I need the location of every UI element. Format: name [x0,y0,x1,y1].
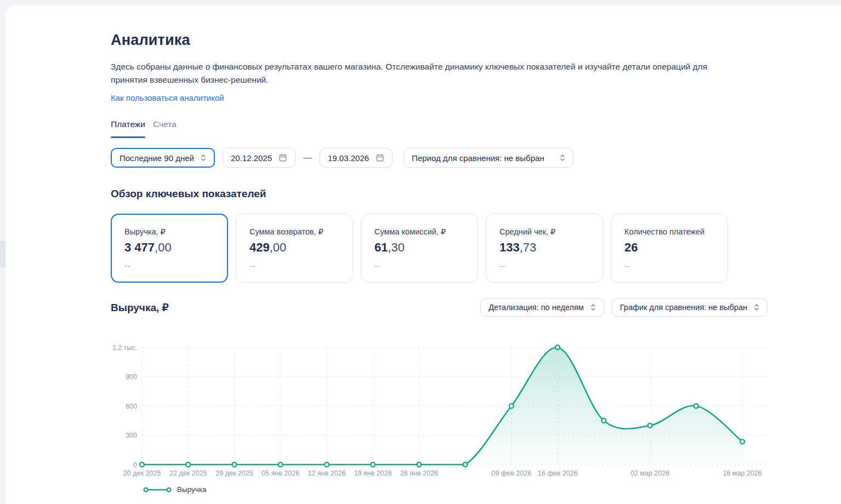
svg-text:16 мар 2026: 16 мар 2026 [723,469,762,477]
chevron-updown-icon [201,154,206,162]
date-to-value: 19.03.2026 [328,153,369,163]
svg-text:12 янв 2026: 12 янв 2026 [308,469,345,477]
svg-text:1.2 тыс.: 1.2 тыс. [112,344,137,352]
svg-text:0: 0 [133,461,137,469]
calendar-icon [376,153,384,162]
comparison-chart-select[interactable]: График для сравнения: не выбран [612,298,768,317]
tabs-bar: Платежи Счета [111,119,841,138]
comparison-period-select[interactable]: Период для сравнения: не выбран [404,148,573,168]
date-to-input[interactable]: 19.03.2026 [320,148,393,168]
svg-text:16 фев 2026: 16 фев 2026 [538,469,578,477]
svg-text:26 янв 2026: 26 янв 2026 [400,469,438,477]
kpi-comparison-placeholder: -- [624,262,714,271]
kpi-comparison-placeholder: -- [374,262,464,271]
svg-text:29 дек 2025: 29 дек 2025 [215,469,253,477]
kpi-heading: Обзор ключевых показателей [111,187,841,201]
kpi-label: Сумма возвратов, ₽ [249,227,339,237]
filters-row: Последние 90 дней 20.12.2025 — 19.03.202… [111,148,841,168]
tab-payments[interactable]: Платежи [111,119,145,138]
comparison-chart-value: График для сравнения: не выбран [620,303,747,312]
kpi-card-revenue[interactable]: Выручка, ₽ 3 477,00 -- [111,214,228,283]
revenue-chart-svg[interactable]: 03006009001.2 тыс.20 дек 202522 дек 2025… [110,340,773,481]
kpi-cards-row: Выручка, ₽ 3 477,00 -- Сумма возвратов, … [111,214,841,283]
kpi-card-refunds[interactable]: Сумма возвратов, ₽ 429,00 -- [236,214,353,283]
kpi-label: Сумма комиссий, ₽ [374,227,464,237]
page-background: Аналитика Здесь собраны данные о финансо… [0,0,841,504]
svg-text:05 янв 2026: 05 янв 2026 [262,469,299,477]
kpi-card-payments-count[interactable]: Количество платежей 26 -- [611,214,728,283]
revenue-chart[interactable]: 03006009001.2 тыс.20 дек 202522 дек 2025… [110,340,773,494]
kpi-value: 429,00 [249,240,339,255]
date-from-input[interactable]: 20.12.2025 [223,148,296,168]
date-range-separator: — [303,153,312,163]
kpi-card-commission[interactable]: Сумма комиссий, ₽ 61,30 -- [361,214,478,283]
svg-text:20 дек 2025: 20 дек 2025 [123,469,161,477]
chevron-updown-icon [590,303,596,311]
page-title: Аналитика [111,32,841,48]
tab-accounts[interactable]: Счета [153,119,177,138]
kpi-comparison-placeholder: -- [249,262,339,271]
legend-line-icon [143,487,172,492]
kpi-comparison-placeholder: -- [499,262,589,271]
chevron-updown-icon [560,154,565,162]
detail-granularity-value: Детализация: по неделям [488,303,584,312]
kpi-value: 133,73 [499,240,589,255]
chart-header: Выручка, ₽ Детализация: по неделям Графи… [111,298,768,317]
analytics-panel: Аналитика Здесь собраны данные о финансо… [5,5,841,504]
kpi-card-average-check[interactable]: Средний чек, ₽ 133,73 -- [486,214,603,283]
svg-text:900: 900 [126,373,137,381]
tab-payments-label: Платежи [111,119,145,129]
chart-selects: Детализация: по неделям График для сравн… [480,298,768,317]
period-range-select-value: Последние 90 дней [120,153,194,163]
chevron-updown-icon [754,303,759,311]
svg-text:600: 600 [126,403,137,410]
analytics-content: Аналитика Здесь собраны данные о финансо… [5,5,841,494]
svg-text:22 дек 2025: 22 дек 2025 [169,469,207,477]
period-range-select[interactable]: Последние 90 дней [111,148,215,168]
chart-title: Выручка, ₽ [111,301,169,314]
kpi-label: Средний чек, ₽ [499,227,589,237]
svg-text:300: 300 [126,432,137,439]
svg-text:19 янв 2026: 19 янв 2026 [354,469,392,477]
tab-accounts-label: Счета [153,119,177,129]
legend-label: Выручка [177,485,207,494]
analytics-help-link[interactable]: Как пользоваться аналитикой [111,93,224,103]
svg-text:09 фев 2026: 09 фев 2026 [492,469,532,477]
kpi-value: 61,30 [374,240,464,255]
detail-granularity-select[interactable]: Детализация: по неделям [480,298,604,317]
kpi-label: Выручка, ₽ [124,227,214,237]
kpi-value: 3 477,00 [124,240,214,255]
page-scrollbar-thumb[interactable] [0,241,5,267]
kpi-value: 26 [624,240,714,255]
page-description: Здесь собраны данные о финансовых резуль… [111,60,733,87]
kpi-label: Количество платежей [624,227,714,237]
date-from-value: 20.12.2025 [231,153,272,163]
comparison-period-value: Период для сравнения: не выбран [412,153,544,163]
chart-legend-item[interactable]: Выручка [143,485,773,494]
calendar-icon [279,153,287,162]
svg-text:02 мар 2026: 02 мар 2026 [630,469,669,477]
kpi-comparison-placeholder: -- [124,262,214,271]
